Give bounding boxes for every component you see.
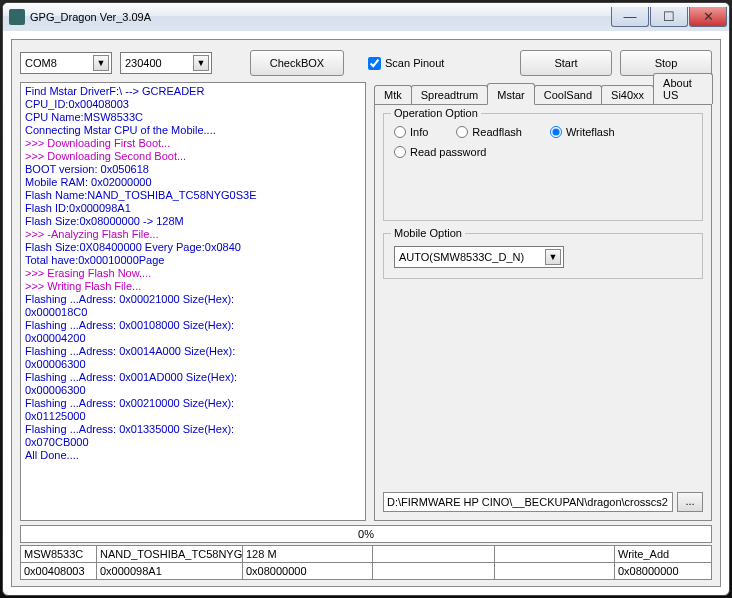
chevron-down-icon: ▼: [93, 55, 109, 71]
chevron-down-icon: ▼: [193, 55, 209, 71]
minimize-button[interactable]: —: [611, 7, 649, 27]
radio-info[interactable]: Info: [394, 126, 428, 138]
checkbox-button[interactable]: CheckBOX: [250, 50, 344, 76]
group-title: Operation Option: [391, 107, 481, 119]
mobile-option-value: AUTO(SMW8533C_D_N): [399, 251, 545, 263]
tab-mstar[interactable]: Mstar: [487, 83, 535, 105]
tab-about[interactable]: About US: [653, 73, 713, 104]
progress-bar: 0%: [20, 525, 712, 543]
com-port-select[interactable]: COM8 ▼: [20, 52, 112, 74]
app-icon: [9, 9, 25, 25]
tab-spreadtrum[interactable]: Spreadtrum: [411, 85, 488, 104]
group-title: Mobile Option: [391, 227, 465, 239]
baud-rate-select[interactable]: 230400 ▼: [120, 52, 212, 74]
close-button[interactable]: ✕: [689, 7, 727, 27]
firmware-path-input[interactable]: [383, 492, 673, 512]
maximize-button[interactable]: ☐: [650, 7, 688, 27]
info-table: MSW8533CNAND_TOSHIBA_TC58NYG128 M Write_…: [20, 545, 712, 580]
start-button[interactable]: Start: [520, 50, 612, 76]
app-window: GPG_Dragon Ver_3.09A — ☐ ✕ COM8 ▼ 230400…: [2, 2, 730, 596]
titlebar[interactable]: GPG_Dragon Ver_3.09A — ☐ ✕: [3, 3, 729, 31]
scan-pinout-label: Scan Pinout: [385, 57, 444, 69]
window-title: GPG_Dragon Ver_3.09A: [30, 11, 611, 23]
radio-writeflash[interactable]: Writeflash: [550, 126, 615, 138]
radio-readpassword[interactable]: Read password: [394, 146, 486, 158]
table-row: 0x004080030x000098A10x08000000 0x0800000…: [21, 563, 712, 580]
mobile-option-select[interactable]: AUTO(SMW8533C_D_N) ▼: [394, 246, 564, 268]
tab-si40xx[interactable]: Si40xx: [601, 85, 654, 104]
tab-bar: Mtk Spreadtrum Mstar CoolSand Si40xx Abo…: [374, 82, 712, 104]
table-row: MSW8533CNAND_TOSHIBA_TC58NYG128 M Write_…: [21, 546, 712, 563]
tab-panel: Operation Option Info Readflash Writefla…: [374, 104, 712, 521]
operation-option-group: Operation Option Info Readflash Writefla…: [383, 113, 703, 221]
tab-mtk[interactable]: Mtk: [374, 85, 412, 104]
browse-button[interactable]: ...: [677, 492, 703, 512]
chevron-down-icon: ▼: [545, 249, 561, 265]
radio-readflash[interactable]: Readflash: [456, 126, 522, 138]
log-output: Find Mstar DriverF:\ --> GCREADER CPU_ID…: [20, 82, 366, 521]
com-port-value: COM8: [25, 57, 93, 69]
mobile-option-group: Mobile Option AUTO(SMW8533C_D_N) ▼: [383, 233, 703, 279]
baud-rate-value: 230400: [125, 57, 193, 69]
tab-coolsand[interactable]: CoolSand: [534, 85, 602, 104]
scan-pinout-checkbox[interactable]: [368, 57, 381, 70]
